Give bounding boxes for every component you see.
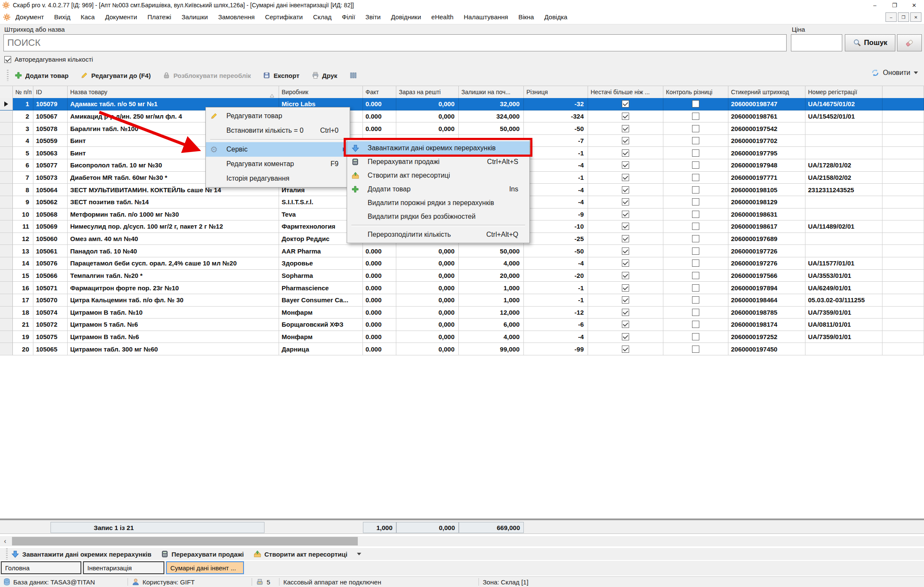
- horizontal-scrollbar[interactable]: ‹: [0, 536, 924, 546]
- control-checkbox[interactable]: [692, 259, 699, 267]
- cell-shortage[interactable]: [588, 135, 663, 147]
- table-row[interactable]: 15105066Темпалгин табл. №20 *Sopharma0.0…: [0, 270, 924, 282]
- menu-Сертифікати[interactable]: Сертифікати: [260, 10, 308, 24]
- column-header-sticker[interactable]: Стикерний штрихкод: [728, 86, 805, 98]
- menu-item[interactable]: Встановити кількість = 0Ctrl+0: [206, 123, 350, 138]
- search-input[interactable]: [3, 34, 787, 51]
- toolbar-Друк[interactable]: Друк: [312, 72, 338, 79]
- menu-item[interactable]: Перерахувати продажіCtrl+Alt+S: [347, 155, 529, 169]
- chevron-down-icon[interactable]: [914, 72, 918, 74]
- table-row[interactable]: 16105071Фармацитрон форте пор. 23г №10Ph…: [0, 282, 924, 294]
- menu-Філії[interactable]: Філії: [337, 10, 360, 24]
- minimize-button[interactable]: –: [865, 0, 885, 10]
- table-row[interactable]: 1105079Адамакс табл. п/о 50 мг №1Micro L…: [0, 98, 924, 110]
- menu-Вихід[interactable]: Вихід: [49, 10, 76, 24]
- restore-button[interactable]: ❐: [885, 0, 904, 10]
- cell-control[interactable]: [663, 331, 728, 343]
- menu-Довідка[interactable]: Довідка: [539, 10, 573, 24]
- toolbar-columns-icon[interactable]: [349, 72, 357, 79]
- cell-shortage[interactable]: [588, 159, 663, 172]
- autoedit-checkbox-row[interactable]: Авторедагування кількості: [4, 56, 93, 63]
- menu-Документи[interactable]: Документи: [100, 10, 142, 24]
- toolbar-grip[interactable]: [6, 548, 8, 560]
- mdi-close-button[interactable]: ✕: [910, 12, 921, 22]
- menu-Вікна[interactable]: Вікна: [513, 10, 539, 24]
- control-checkbox[interactable]: [692, 309, 699, 316]
- column-header-now[interactable]: Зараз на решті: [396, 86, 459, 98]
- table-row[interactable]: 19105075Цитрамон В табл. №6Монфарм0.0000…: [0, 331, 924, 343]
- table-row[interactable]: 13105061Панадол таб. 10 №40AAR Pharma0.0…: [0, 245, 924, 257]
- cell-control[interactable]: [663, 122, 728, 135]
- cell-control[interactable]: [663, 319, 728, 331]
- control-checkbox[interactable]: [692, 235, 699, 242]
- cell-shortage[interactable]: [588, 319, 663, 331]
- cell-control[interactable]: [663, 172, 728, 184]
- tab-Сумарні дані інвент ...[interactable]: Сумарні дані інвент ...: [166, 561, 244, 574]
- hscrollbar-thumb[interactable]: [12, 537, 358, 545]
- column-header-control[interactable]: Контроль різниці: [663, 86, 728, 98]
- cell-control[interactable]: [663, 98, 728, 110]
- menu-Довідники[interactable]: Довідники: [386, 10, 426, 24]
- shortage-checkbox[interactable]: [622, 296, 629, 304]
- control-checkbox[interactable]: [692, 113, 699, 120]
- menu-Документ[interactable]: Документ: [10, 10, 49, 24]
- control-checkbox[interactable]: [692, 223, 699, 230]
- table-row[interactable]: 14105076Парацетамол беби сусп. орал. 2,4…: [0, 257, 924, 270]
- menu-eHealth[interactable]: eHealth: [426, 10, 459, 24]
- menu-item[interactable]: Редагувати товар: [206, 109, 350, 123]
- cell-control[interactable]: [663, 270, 728, 282]
- menu-Замовлення[interactable]: Замовлення: [213, 10, 260, 24]
- menu-item[interactable]: Завантажити дані окремих перерахунків: [347, 141, 529, 155]
- toolbar-Експорт[interactable]: Експорт: [263, 72, 299, 79]
- cell-control[interactable]: [663, 196, 728, 209]
- shortage-checkbox[interactable]: [622, 272, 629, 279]
- control-checkbox[interactable]: [692, 137, 699, 144]
- control-checkbox[interactable]: [692, 125, 699, 132]
- menu-item[interactable]: Видалити рядки без розбіжностей: [347, 210, 529, 223]
- shortage-checkbox[interactable]: [622, 259, 629, 267]
- control-checkbox[interactable]: [692, 296, 699, 304]
- price-input[interactable]: [791, 34, 842, 51]
- table-row[interactable]: 2105067Амикацид р-р д/ин. 250 мг/мл фл. …: [0, 110, 924, 123]
- cell-control[interactable]: [663, 110, 728, 123]
- menu-Налаштування[interactable]: Налаштування: [459, 10, 514, 24]
- cell-shortage[interactable]: [588, 196, 663, 209]
- control-checkbox[interactable]: [692, 346, 699, 353]
- cell-control[interactable]: [663, 209, 728, 221]
- tab-Інвентаризація[interactable]: Інвентаризація: [83, 561, 164, 574]
- control-checkbox[interactable]: [692, 321, 699, 328]
- cell-control[interactable]: [663, 159, 728, 172]
- cell-shortage[interactable]: [588, 257, 663, 270]
- cell-control[interactable]: [663, 282, 728, 294]
- shortage-checkbox[interactable]: [622, 333, 629, 340]
- cell-shortage[interactable]: [588, 184, 663, 196]
- control-checkbox[interactable]: [692, 186, 699, 194]
- column-header-name[interactable]: Назва товару: [68, 86, 279, 98]
- cell-control[interactable]: [663, 245, 728, 257]
- control-checkbox[interactable]: [692, 272, 699, 279]
- control-checkbox[interactable]: [692, 333, 699, 340]
- column-header-manuf[interactable]: Виробник: [279, 86, 363, 98]
- shortage-checkbox[interactable]: [622, 309, 629, 316]
- cell-shortage[interactable]: [588, 245, 663, 257]
- mdi-minimize-button[interactable]: –: [885, 12, 897, 22]
- menu-Каса[interactable]: Каса: [76, 10, 100, 24]
- column-header-shortage[interactable]: Нестачі більше ніж ...: [588, 86, 663, 98]
- shortage-checkbox[interactable]: [622, 174, 629, 181]
- cell-shortage[interactable]: [588, 147, 663, 159]
- toolbar-Редагувати до (F4)[interactable]: Редагувати до (F4): [80, 72, 151, 79]
- cell-shortage[interactable]: [588, 122, 663, 135]
- cell-control[interactable]: [663, 294, 728, 307]
- chevron-down-icon[interactable]: [357, 553, 361, 555]
- cell-shortage[interactable]: [588, 282, 663, 294]
- shortage-checkbox[interactable]: [622, 346, 629, 353]
- column-header-marker[interactable]: [0, 86, 13, 98]
- menu-item[interactable]: Редагувати коментарF9: [206, 157, 350, 171]
- cell-shortage[interactable]: [588, 172, 663, 184]
- table-row[interactable]: 20105065Цитрамон табл. 300 мг №60Дарница…: [0, 343, 924, 355]
- cell-shortage[interactable]: [588, 294, 663, 307]
- shortage-checkbox[interactable]: [622, 100, 629, 107]
- cell-shortage[interactable]: [588, 220, 663, 233]
- column-header-filler[interactable]: [882, 86, 924, 98]
- shortage-checkbox[interactable]: [622, 161, 629, 169]
